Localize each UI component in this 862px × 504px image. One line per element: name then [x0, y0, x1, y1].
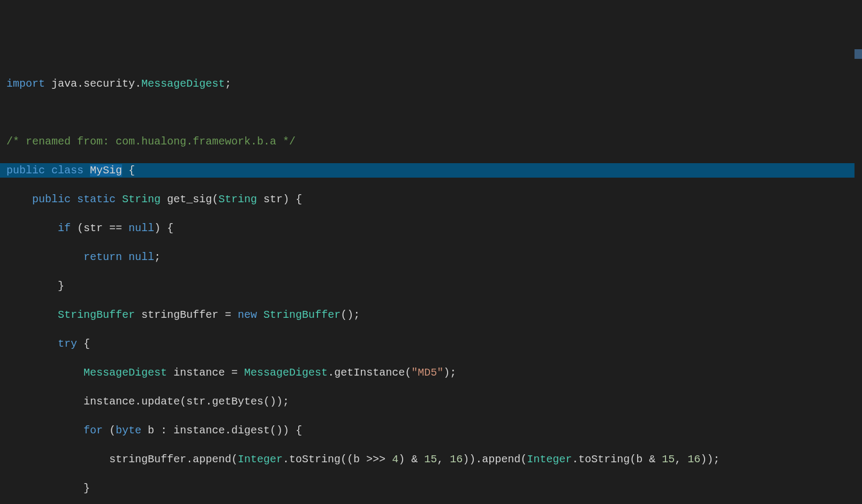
keyword: for: [84, 424, 103, 437]
code-text: (: [103, 424, 116, 437]
code-text: ;: [225, 78, 231, 90]
keyword: return: [84, 251, 122, 263]
indent: [6, 251, 84, 263]
code-text: ,: [437, 453, 450, 465]
code-line[interactable]: instance.update(str.getBytes());: [0, 394, 862, 409]
type: String: [122, 193, 161, 205]
indent: [6, 424, 84, 437]
code-text: .getInstance(: [328, 366, 411, 379]
indent: [6, 309, 58, 321]
indent: [6, 280, 58, 292]
code-text: ) {: [154, 222, 173, 234]
keyword: class: [45, 164, 90, 177]
code-text: ;: [154, 251, 161, 263]
code-line[interactable]: import java.security.MessageDigest;: [0, 77, 862, 91]
keyword: public: [32, 193, 71, 205]
code-text: java.security.: [45, 78, 141, 90]
comment: /* renamed from: com.hualong.framework.b…: [6, 135, 296, 148]
code-line[interactable]: stringBuffer.append(Integer.toString((b …: [0, 452, 862, 467]
scrollbar-highlight-marker: [855, 49, 862, 59]
code-line[interactable]: public static String get_sig(String str)…: [0, 192, 862, 207]
indent: [6, 482, 84, 494]
keyword: new: [238, 309, 257, 321]
code-text: [257, 309, 263, 321]
code-text: {: [77, 338, 90, 350]
indent: [6, 395, 84, 408]
scrollbar-track[interactable]: [855, 0, 862, 504]
code-line[interactable]: MessageDigest instance = MessageDigest.g…: [0, 365, 862, 380]
class-name: MessageDigest: [141, 78, 225, 90]
selected-class-name: MySig: [90, 164, 122, 177]
keyword: static: [71, 193, 122, 205]
code-text: (str ==: [71, 222, 128, 234]
code-line[interactable]: }: [0, 279, 862, 293]
code-text: );: [443, 366, 456, 379]
keyword: try: [58, 338, 77, 350]
code-line[interactable]: try {: [0, 337, 862, 351]
code-text: ) &: [398, 453, 424, 465]
code-text: instance =: [167, 366, 244, 379]
class-name: Integer: [238, 453, 283, 465]
keyword: null: [128, 251, 154, 263]
code-text: )).append(: [463, 453, 527, 465]
code-line[interactable]: /* renamed from: com.hualong.framework.b…: [0, 134, 862, 149]
code-text: ,: [675, 453, 687, 465]
number: 4: [392, 453, 398, 465]
keyword: import: [6, 78, 45, 90]
code-text: [122, 251, 128, 263]
code-text: .toString(b &: [572, 453, 662, 465]
indent: [6, 338, 58, 350]
string-literal: "MD5": [411, 366, 443, 379]
code-text: {: [122, 164, 135, 177]
type: MessageDigest: [84, 366, 167, 379]
code-text: stringBuffer.append(: [109, 453, 238, 465]
code-line[interactable]: }: [0, 481, 862, 495]
code-text: ) {: [283, 193, 302, 205]
class-name: Integer: [527, 453, 572, 465]
code-line[interactable]: return null;: [0, 250, 862, 264]
code-line[interactable]: if (str == null) {: [0, 221, 862, 235]
keyword: public: [6, 164, 45, 177]
code-editor[interactable]: import java.security.MessageDigest; /* r…: [0, 62, 862, 504]
code-line[interactable]: [0, 105, 862, 120]
number: 15: [424, 453, 437, 465]
keyword: null: [128, 222, 154, 234]
code-text: stringBuffer =: [135, 309, 238, 321]
number: 16: [687, 453, 700, 465]
code-text: ));: [700, 453, 720, 465]
code-line[interactable]: StringBuffer stringBuffer = new StringBu…: [0, 308, 862, 322]
code-text: ();: [341, 309, 360, 321]
indent: [6, 366, 84, 379]
indent: [6, 222, 58, 234]
code-text: .toString((b >>>: [283, 453, 392, 465]
indent: [6, 193, 32, 205]
code-text: b : instance.digest()) {: [141, 424, 302, 437]
number: 16: [450, 453, 463, 465]
class-name: MessageDigest: [244, 366, 328, 379]
code-text: }: [84, 482, 90, 494]
code-text: }: [58, 280, 64, 292]
indent: [6, 453, 109, 465]
param: str: [257, 193, 283, 205]
code-line-highlighted[interactable]: public class MySig {: [0, 163, 862, 178]
code-line[interactable]: for (byte b : instance.digest()) {: [0, 423, 862, 438]
number: 15: [662, 453, 675, 465]
keyword: if: [58, 222, 71, 234]
method-name: get_sig: [161, 193, 212, 205]
code-text: instance.update(str.getBytes());: [84, 395, 289, 408]
type: String: [218, 193, 257, 205]
keyword: byte: [116, 424, 141, 437]
type: StringBuffer: [58, 309, 135, 321]
code-text: (: [212, 193, 218, 205]
type: StringBuffer: [263, 309, 341, 321]
